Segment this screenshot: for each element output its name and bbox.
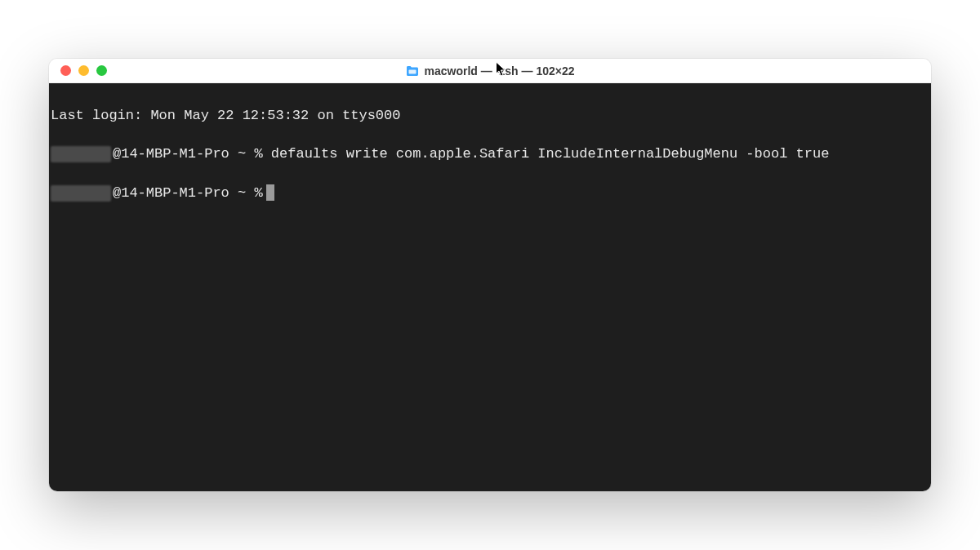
last-login-line: Last login: Mon May 22 12:53:32 on ttys0… xyxy=(51,106,929,126)
terminal-window: macworld — -zsh — 102×22 Last login: Mon… xyxy=(49,59,931,491)
minimize-button[interactable] xyxy=(78,65,89,76)
maximize-button[interactable] xyxy=(96,65,107,76)
redacted-username xyxy=(51,146,111,162)
command-line: @14-MBP-M1-Pro ~ % defaults write com.ap… xyxy=(51,144,929,164)
prompt-path: ~ xyxy=(238,146,246,162)
close-button[interactable] xyxy=(60,65,71,76)
title-bar[interactable]: macworld — -zsh — 102×22 xyxy=(49,59,931,83)
redacted-username xyxy=(51,185,111,202)
block-cursor xyxy=(266,184,274,201)
prompt-symbol: % xyxy=(254,146,262,162)
window-title-group: macworld — -zsh — 102×22 xyxy=(405,64,574,78)
terminal-body[interactable]: Last login: Mon May 22 12:53:32 on ttys0… xyxy=(49,83,931,491)
prompt-host: @14-MBP-M1-Pro xyxy=(113,185,229,201)
prompt-host: @14-MBP-M1-Pro xyxy=(113,146,229,162)
prompt-line: @14-MBP-M1-Pro ~ % xyxy=(51,184,929,203)
entered-command: defaults write com.apple.Safari IncludeI… xyxy=(271,146,830,162)
window-title: macworld — -zsh — 102×22 xyxy=(424,64,574,78)
svg-rect-0 xyxy=(408,69,416,73)
prompt-path: ~ xyxy=(238,185,246,201)
folder-icon xyxy=(405,65,419,77)
traffic-lights xyxy=(49,65,107,76)
prompt-symbol: % xyxy=(254,185,262,201)
